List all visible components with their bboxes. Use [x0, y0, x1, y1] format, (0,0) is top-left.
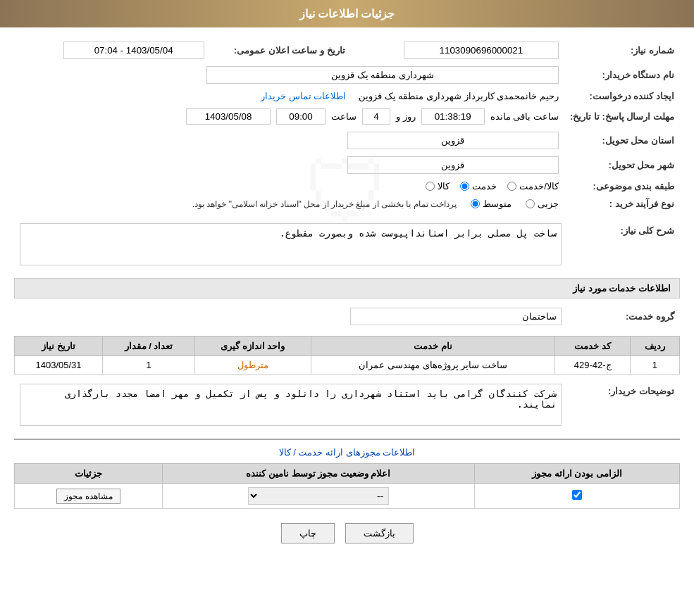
grohe-khadamat-value — [14, 304, 567, 329]
nam-dastgah-label: نام دستگاه خریدار: — [564, 63, 680, 87]
shahr-value — [14, 153, 564, 177]
farayand-jozee-radio[interactable] — [526, 199, 535, 208]
shahr-input[interactable] — [347, 156, 559, 174]
page-header: جزئیات اطلاعات نیاز — [0, 0, 694, 27]
tabaqe-khadamat-radio[interactable] — [460, 182, 469, 191]
ettelaat-tamas-link[interactable]: اطلاعات تماس خریدار — [261, 91, 346, 101]
khadamat-grid: ردیف کد خدمت نام خدمت واحد اندازه گیری ت… — [14, 336, 680, 375]
ijad-konande-value: رحیم خانمحمدی کاربرداز شهرداری منطقه یک … — [14, 87, 564, 105]
tabaqe-kala-label: کالا — [438, 181, 450, 191]
license-col-elam: اعلام وضعیت مجوز توسط نامین کننده — [163, 464, 475, 484]
mohlat-baqi-label: ساعت باقی مانده — [490, 111, 559, 122]
mohlat-row: ساعت باقی مانده روز و ساعت — [20, 108, 559, 125]
tabaqe-group: کالا/خدمت خدمت کالا — [20, 181, 559, 191]
tabaqe-kala-radio[interactable] — [426, 182, 435, 191]
tabaqe-kala-khadamat-label: کالا/خدمت — [519, 181, 559, 191]
license-elam-cell: -- — [163, 484, 475, 509]
page-container: جزئیات اطلاعات نیاز 🛡 شماره نیاز: تاریخ … — [0, 0, 694, 616]
content-wrapper: 🛡 شماره نیاز: تاریخ و ساعت اعلان عمومی: — [14, 38, 680, 543]
ijad-konande-text: رحیم خانمحمدی کاربرداز شهرداری منطقه یک … — [359, 91, 559, 101]
toseih-table: توضیحات خریدار: شرکت کنندگان گرامی باید … — [14, 380, 680, 432]
mohlat-ersal-value: ساعت باقی مانده روز و ساعت — [14, 105, 564, 128]
page-title: جزئیات اطلاعات نیاز — [299, 8, 395, 20]
farayand-motavasset-radio[interactable] — [471, 199, 480, 208]
ostan-value — [14, 128, 564, 153]
tabaqe-kala-item: کالا — [426, 181, 450, 191]
license-table: الزامی بودن ارائه مجوز اعلام وضعیت مجوز … — [14, 463, 680, 509]
cell-vahad[interactable]: مترطول — [194, 356, 311, 375]
tabaqe-khadamat-item: خدمت — [460, 181, 497, 191]
mohlat-date-input[interactable] — [186, 108, 271, 125]
cell-radif: 1 — [630, 356, 679, 375]
col-tarikh-niaz: تاریخ نیاز — [15, 337, 103, 356]
nam-dastgah-input[interactable] — [206, 66, 559, 84]
tarikh-label: تاریخ و ساعت اعلان عمومی: — [210, 38, 351, 63]
toseih-textarea[interactable]: شرکت کنندگان گرامی باید استناد شهرداری ر… — [20, 384, 562, 426]
grohe-khadamat-label: گروه خدمت: — [567, 304, 680, 329]
mohlat-roz-label: روز و — [396, 111, 416, 122]
noe-farayand-label: نوع فرآیند خرید : — [564, 195, 680, 213]
print-button[interactable]: چاپ — [281, 523, 335, 543]
toseih-label: توضیحات خریدار: — [567, 380, 680, 432]
col-nam-khadamat: نام خدمت — [311, 337, 555, 356]
tarikh-input[interactable] — [63, 42, 204, 59]
tabaqe-khadamat-label: خدمت — [472, 181, 497, 191]
shomare-niaz-value — [351, 38, 564, 63]
shomare-niaz-label: شماره نیاز: — [564, 38, 680, 63]
shomare-niaz-input[interactable] — [404, 42, 559, 59]
shahr-label: شهر محل تحویل: — [564, 153, 680, 177]
cell-tarikh: 1403/05/31 — [15, 356, 103, 375]
mohlat-saat-label: ساعت — [331, 111, 357, 122]
col-radif: ردیف — [630, 337, 679, 356]
cell-tedad: 1 — [103, 356, 195, 375]
farayand-notice: پرداخت تمام یا بخشی از مبلغ خریدار از مح… — [192, 199, 457, 209]
mohlat-ersal-label: مهلت ارسال پاسخ: تا تاریخ: — [564, 105, 680, 128]
khadamat-section-header: اطلاعات خدمات مورد نیاز — [14, 278, 680, 298]
tabaqe-value: کالا/خدمت خدمت کالا — [14, 177, 564, 195]
ostan-label: استان محل تحویل: — [564, 128, 680, 153]
separator — [14, 439, 680, 440]
sharh-koli-label: شرح کلی نیاز: — [567, 220, 680, 271]
cell-kod: ج-42-429 — [555, 356, 630, 375]
sharh-koli-textarea[interactable]: ساخت پل مصلی برابر استانداپیوست شده وبصو… — [20, 223, 562, 265]
license-row: -- مشاهده مجوز — [15, 484, 680, 509]
toseih-value: شرکت کنندگان گرامی باید استناد شهرداری ر… — [14, 380, 567, 432]
mohlat-roz-input[interactable] — [362, 108, 390, 125]
license-section-title[interactable]: اطلاعات مجوزهای ارائه خدمت / کالا — [14, 447, 680, 458]
farayand-group: جزیی متوسط پرداخت تمام یا بخشی از مبلغ خ… — [20, 199, 559, 209]
col-tedad-megdar: تعداد / مقدار — [103, 337, 195, 356]
farayand-jozee-item: جزیی — [526, 199, 559, 209]
license-col-joziat: جزئیات — [15, 464, 163, 484]
table-row: 1 ج-42-429 ساخت سایر پروژه‌های مهندسی عم… — [15, 356, 680, 375]
tabaqe-kala-khadamat-item: کالا/خدمت — [507, 181, 559, 191]
cell-nam: ساخت سایر پروژه‌های مهندسی عمران — [311, 356, 555, 375]
farayand-jozee-label: جزیی — [538, 199, 559, 209]
license-joziat-cell: مشاهده مجوز — [15, 484, 163, 509]
elzami-checkbox[interactable] — [572, 490, 582, 500]
info-table: شماره نیاز: تاریخ و ساعت اعلان عمومی: نا… — [14, 38, 680, 213]
col-vahad-andaze: واحد اندازه گیری — [194, 337, 311, 356]
license-elzami-cell — [474, 484, 679, 509]
buttons-row: بازگشت چاپ — [14, 523, 680, 543]
elam-vaziat-select[interactable]: -- — [248, 487, 389, 505]
farayand-motavasset-item: متوسط — [471, 199, 512, 209]
tarikh-value — [14, 38, 210, 63]
main-content: 🛡 شماره نیاز: تاریخ و ساعت اعلان عمومی: — [0, 27, 694, 554]
sharh-koli-value: ساخت پل مصلی برابر استانداپیوست شده وبصو… — [14, 220, 567, 271]
ostan-input[interactable] — [347, 132, 559, 149]
grohe-khadamat-table: گروه خدمت: — [14, 304, 680, 329]
grohe-khadamat-input[interactable] — [350, 308, 562, 325]
col-kod-khadamat: کد خدمت — [555, 337, 630, 356]
license-col-elzami: الزامی بودن ارائه مجوز — [474, 464, 679, 484]
mohlat-saat-input[interactable] — [276, 108, 326, 125]
farayand-motavasset-label: متوسط — [483, 199, 512, 209]
ijad-konande-label: ایجاد کننده درخواست: — [564, 87, 680, 105]
tabaqe-label: طبقه بندی موضوعی: — [564, 177, 680, 195]
nam-dastgah-value — [14, 63, 564, 87]
noe-farayand-value: جزیی متوسط پرداخت تمام یا بخشی از مبلغ خ… — [14, 195, 564, 213]
tabaqe-kala-khadamat-radio[interactable] — [507, 182, 516, 191]
view-license-button[interactable]: مشاهده مجوز — [56, 489, 120, 504]
back-button[interactable]: بازگشت — [345, 523, 414, 543]
mohlat-baqi-input[interactable] — [421, 108, 485, 125]
sharh-koli-table: شرح کلی نیاز: ساخت پل مصلی برابر استاندا… — [14, 220, 680, 271]
